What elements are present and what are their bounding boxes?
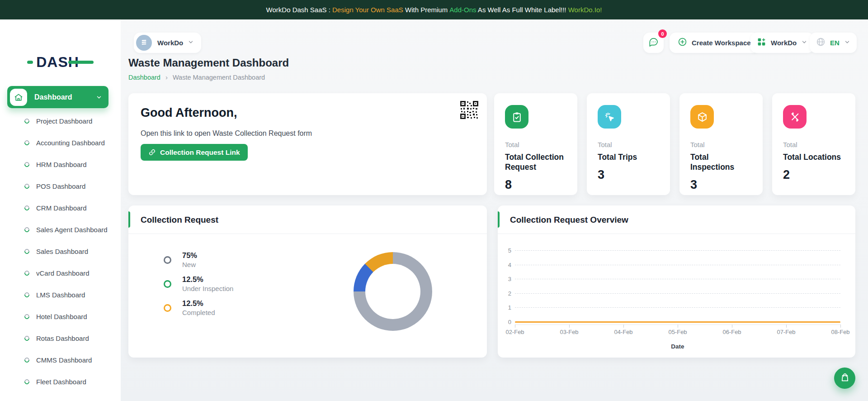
line-chart[interactable]: 543210 02-Feb03-Feb04-Feb05-Feb06-Feb07-… xyxy=(498,234,855,358)
sidebar-item-label: Dashboard xyxy=(34,93,96,101)
stat-value: 3 xyxy=(598,168,659,182)
shopping-bag-icon xyxy=(840,372,850,384)
stat-title: Total Collection Request xyxy=(505,153,566,172)
sidebar-item-label: POS Dashboard xyxy=(36,182,85,190)
collection-request-link-button[interactable]: Collection Request Link xyxy=(141,144,248,161)
banner-segment: With Premium xyxy=(403,6,450,14)
sidebar-item-label: Rotas Dashboard xyxy=(36,334,89,342)
gridline xyxy=(515,250,840,251)
stats-row: Total Total Collection Request 8 Total T… xyxy=(494,93,855,195)
sidebar-menu: Project DashboardAccounting DashboardHRM… xyxy=(0,110,121,401)
sidebar-item-fleet-dashboard[interactable]: Fleet Dashboard xyxy=(0,371,121,392)
home-icon xyxy=(10,89,27,106)
stat-label: Total xyxy=(783,141,844,148)
stat-card-total-trips: Total Total Trips 3 xyxy=(587,93,670,195)
sidebar-item-hotel-dashboard[interactable]: Hotel Dashboard xyxy=(0,306,121,327)
sidebar-item-accounting-dashboard[interactable]: Accounting Dashboard xyxy=(0,132,121,153)
sidebar-item-crm-dashboard[interactable]: CRM Dashboard xyxy=(0,197,121,219)
plus-circle-icon xyxy=(678,37,687,48)
legend-item-completed[interactable]: 12.5% Completed xyxy=(164,299,233,317)
sidebar-item-label: Sales Agent Dashboard xyxy=(36,226,108,234)
disc-icon xyxy=(24,356,30,363)
announcement-banner: WorkDo Dash SaaS : Design Your Own SaaS … xyxy=(0,0,868,19)
gridline xyxy=(515,307,840,308)
x-tick-label: 04-Feb xyxy=(614,329,632,335)
legend-item-under-inspection[interactable]: 12.5% Under Inspection xyxy=(164,275,233,293)
disc-icon xyxy=(24,269,30,276)
legend-item-new[interactable]: 75% New xyxy=(164,251,233,269)
banner-segment: As Well As Full White Label!!! xyxy=(476,6,568,14)
stat-card-total-inspections: Total Total Inspections 3 xyxy=(679,93,763,195)
chat-icon xyxy=(648,37,659,49)
disc-icon xyxy=(24,117,30,124)
banner-link[interactable]: WorkDo.Io! xyxy=(568,6,602,14)
sidebar-item-dashboard[interactable]: Dashboard xyxy=(7,86,108,108)
divider xyxy=(128,234,487,234)
card-title: Collection Request xyxy=(141,215,218,225)
chevron-down-icon xyxy=(801,39,807,47)
disc-icon xyxy=(24,204,30,211)
disc-icon xyxy=(24,248,30,254)
disc-icon xyxy=(24,291,30,298)
card-title: Collection Request Overview xyxy=(510,215,628,225)
banner-segment: WorkDo Dash SaaS : xyxy=(266,6,332,14)
gridline xyxy=(515,293,840,294)
x-tick xyxy=(623,325,624,328)
sidebar-item-cmms-dashboard[interactable]: CMMS Dashboard xyxy=(0,349,121,371)
stat-title: Total Locations xyxy=(783,153,844,162)
messages-badge: 0 xyxy=(658,29,667,38)
sidebar-item-sales-dashboard[interactable]: Sales Dashboard xyxy=(0,240,121,262)
card-header: Collection Request xyxy=(128,205,487,234)
y-tick-label: 5 xyxy=(500,247,511,254)
legend-label: Completed xyxy=(182,309,215,316)
stat-card-total-locations: Total Total Locations 2 xyxy=(772,93,855,195)
create-workspace-label: Create Workspace xyxy=(692,39,751,47)
x-tick xyxy=(569,325,570,328)
legend-percent: 75% xyxy=(182,251,197,260)
x-tick-label: 03-Feb xyxy=(560,329,578,335)
breadcrumb-link-dashboard[interactable]: Dashboard xyxy=(128,74,160,81)
y-tick-label: 1 xyxy=(500,304,511,311)
sidebar-item-label: Sales Dashboard xyxy=(36,248,88,255)
sidebar-item-fix-equipment[interactable]: Fix Equipment xyxy=(0,392,121,401)
legend-ring-icon xyxy=(164,304,171,312)
sidebar-item-label: HRM Dashboard xyxy=(36,161,87,168)
app-logo[interactable]: DASH xyxy=(0,52,121,72)
sidebar-item-rotas-dashboard[interactable]: Rotas Dashboard xyxy=(0,327,121,349)
legend-ring-icon xyxy=(164,256,171,264)
donut-chart[interactable] xyxy=(354,252,432,331)
building-avatar xyxy=(136,35,152,51)
banner-segment: Add-Ons xyxy=(449,6,476,14)
header-accent-bar xyxy=(498,211,500,228)
disc-icon xyxy=(24,313,30,320)
grid-plus-icon xyxy=(757,37,766,48)
disc-icon xyxy=(24,378,30,385)
sidebar-item-lms-dashboard[interactable]: LMS Dashboard xyxy=(0,284,121,306)
sidebar-item-hrm-dashboard[interactable]: HRM Dashboard xyxy=(0,153,121,175)
create-workspace-button[interactable]: Create Workspace xyxy=(670,33,759,53)
globe-icon xyxy=(816,37,826,48)
stat-title: Total Inspections xyxy=(690,153,752,172)
link-icon xyxy=(148,148,156,156)
breadcrumb-current: Waste Management Dashboard xyxy=(173,74,265,81)
x-tick xyxy=(678,325,678,328)
y-tick-label: 4 xyxy=(500,261,511,268)
sidebar-item-label: LMS Dashboard xyxy=(36,291,85,299)
app-switcher[interactable]: WorkDo xyxy=(750,33,814,53)
cart-fab-button[interactable] xyxy=(834,368,855,389)
language-selector[interactable]: EN xyxy=(810,33,857,53)
sidebar-item-pos-dashboard[interactable]: POS Dashboard xyxy=(0,175,121,197)
language-label: EN xyxy=(830,39,840,47)
collection-request-overview-card: Collection Request Overview 543210 02-Fe… xyxy=(498,205,855,358)
workspace-selector[interactable]: WorkDo xyxy=(134,33,201,53)
disc-icon xyxy=(24,226,30,233)
sidebar-item-project-dashboard[interactable]: Project Dashboard xyxy=(0,110,121,132)
sidebar-item-vcard-dashboard[interactable]: vCard Dashboard xyxy=(0,262,121,284)
x-tick xyxy=(840,325,841,328)
messages-button[interactable]: 0 xyxy=(643,33,664,53)
stat-title: Total Trips xyxy=(598,153,659,162)
y-tick-label: 0 xyxy=(500,319,511,325)
sidebar-item-sales-agent-dashboard[interactable]: Sales Agent Dashboard xyxy=(0,219,121,240)
breadcrumb: Dashboard › Waste Management Dashboard xyxy=(128,73,265,81)
x-tick-label: 05-Feb xyxy=(668,329,687,335)
